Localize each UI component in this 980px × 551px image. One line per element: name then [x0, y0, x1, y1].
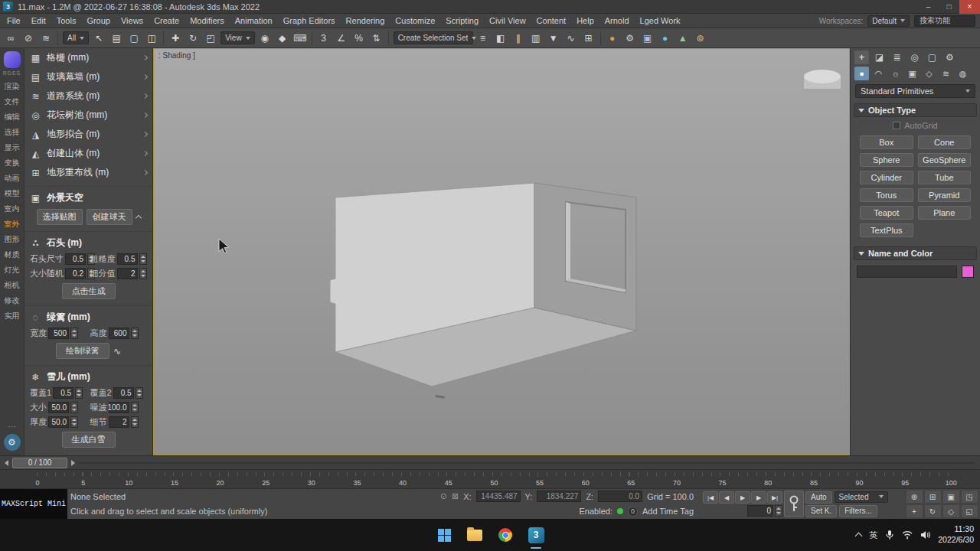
- toolbar-icon[interactable]: ◧: [492, 30, 509, 47]
- plugin-tool-item[interactable]: ◮ 地形拟合 (m): [24, 125, 152, 144]
- toolbar-icon[interactable]: ▲: [675, 30, 691, 47]
- spinner-control[interactable]: [131, 416, 139, 428]
- plugin-category-tab[interactable]: 室内: [0, 201, 24, 217]
- param-value-input[interactable]: 0.5: [53, 387, 74, 399]
- primitive-button[interactable]: Cone: [918, 135, 972, 149]
- toolbar-icon[interactable]: ◆: [274, 30, 291, 47]
- menu-item[interactable]: Tools: [51, 14, 82, 28]
- plugin-category-tab[interactable]: 室外: [0, 217, 24, 232]
- key-filters-button[interactable]: Filters...: [839, 505, 877, 517]
- primitive-button[interactable]: Torus: [860, 188, 913, 202]
- maxscript-mini-listener[interactable]: MAXScript Mini: [0, 489, 67, 519]
- spinner-control[interactable]: [70, 402, 78, 413]
- menu-item[interactable]: Rendering: [341, 14, 390, 28]
- viewport-nav-button[interactable]: +: [906, 504, 923, 518]
- param-value-input[interactable]: 50.0: [48, 416, 69, 428]
- time-slider-track[interactable]: [79, 462, 975, 464]
- ime-language-indicator[interactable]: 英: [869, 530, 877, 541]
- spinner-control[interactable]: [139, 268, 147, 279]
- toolbar-icon[interactable]: ◫: [143, 30, 160, 47]
- system-clock[interactable]: 11:30 2022/6/30: [938, 524, 974, 545]
- viewport-canvas[interactable]: [154, 49, 849, 455]
- next-frame-arrow-icon[interactable]: [71, 460, 75, 466]
- object-name-field[interactable]: [857, 266, 957, 278]
- start-button[interactable]: [434, 520, 454, 550]
- 3dsmax-taskbar-button[interactable]: 3: [526, 520, 546, 550]
- name-color-rollout-header[interactable]: Name and Color: [854, 246, 977, 260]
- viewport-nav-button[interactable]: ▣: [942, 490, 960, 504]
- generate-snow-button[interactable]: 生成白雪: [62, 432, 116, 448]
- spinner-control[interactable]: [75, 387, 83, 399]
- collapse-icon[interactable]: [135, 215, 141, 221]
- primitive-button[interactable]: Box: [860, 135, 913, 149]
- param-value-input[interactable]: 2: [109, 416, 129, 428]
- spinner-control[interactable]: [139, 253, 147, 265]
- param-value-input[interactable]: 0.5: [65, 253, 86, 265]
- create-category-tab[interactable]: ◇: [922, 67, 936, 80]
- toolbar-icon[interactable]: ⊚: [692, 30, 709, 47]
- minimize-button[interactable]: –: [918, 0, 939, 14]
- network-icon[interactable]: [902, 530, 913, 540]
- menu-item[interactable]: Civil View: [484, 14, 531, 28]
- chrome-button[interactable]: [495, 520, 515, 550]
- plugin-category-tab[interactable]: 灯光: [0, 262, 24, 278]
- viewport-shading-label[interactable]: : Shading ]: [158, 51, 195, 60]
- menu-item[interactable]: Scripting: [440, 14, 484, 28]
- x-coordinate-field[interactable]: 14435.487: [476, 491, 521, 502]
- create-selection-set-combo[interactable]: Create Selection Set: [394, 31, 473, 44]
- plugin-category-tab[interactable]: 动画: [0, 171, 24, 186]
- toolbar-icon[interactable]: ✚: [167, 30, 184, 47]
- toolbar-icon[interactable]: ▼: [545, 30, 562, 47]
- toolbar-icon[interactable]: ⌨: [292, 30, 309, 47]
- playback-button[interactable]: ▶: [751, 491, 766, 504]
- primitive-button[interactable]: Plane: [918, 206, 972, 220]
- z-coordinate-field[interactable]: 0.0: [598, 491, 642, 502]
- menu-item[interactable]: Content: [531, 14, 572, 28]
- spinner-control[interactable]: [70, 328, 78, 339]
- toolbar-icon[interactable]: ●: [657, 30, 674, 47]
- plugin-tool-item[interactable]: ▤ 玻璃幕墙 (m): [24, 67, 152, 86]
- create-category-tab[interactable]: ☼: [888, 67, 903, 80]
- param-value-input[interactable]: 100.0: [109, 402, 129, 413]
- plugin-category-tab[interactable]: 材质: [0, 247, 24, 262]
- toolbar-icon[interactable]: %: [351, 30, 368, 47]
- menu-item[interactable]: Group: [81, 14, 116, 28]
- menu-item[interactable]: Graph Editors: [278, 14, 341, 28]
- file-explorer-button[interactable]: [465, 520, 485, 550]
- key-filter-dropdown[interactable]: Selected: [835, 491, 888, 503]
- viewport-nav-button[interactable]: ◱: [961, 504, 978, 518]
- toolbar-icon[interactable]: ⚙: [622, 30, 639, 47]
- plugin-category-tab[interactable]: 修改: [0, 293, 24, 308]
- toolbar-icon[interactable]: ▣: [639, 30, 656, 47]
- spinner-control[interactable]: [136, 387, 143, 399]
- toolbar-icon[interactable]: ▥: [528, 30, 544, 47]
- spinner-control[interactable]: [131, 328, 139, 339]
- plugin-category-tab[interactable]: 渲染: [0, 79, 24, 94]
- menu-item[interactable]: Animation: [230, 14, 278, 28]
- viewport-nav-button[interactable]: ⊕: [906, 490, 923, 504]
- primitive-button[interactable]: Cylinder: [860, 171, 913, 184]
- create-category-tab[interactable]: ▣: [905, 67, 920, 80]
- plugin-category-tab[interactable]: 文件: [0, 94, 24, 109]
- generate-stone-button[interactable]: 点击生成: [62, 283, 116, 299]
- param-value-input[interactable]: 600: [109, 328, 129, 339]
- feature-search-box[interactable]: 搜索功能: [914, 15, 975, 27]
- plugin-category-tab[interactable]: 编辑: [0, 109, 24, 125]
- maximize-button[interactable]: □: [939, 0, 959, 14]
- toolbar-icon[interactable]: ▢: [126, 30, 142, 47]
- object-type-rollout-header[interactable]: Object Type: [854, 103, 977, 117]
- set-keys-button[interactable]: [784, 491, 804, 517]
- previous-frame-arrow-icon[interactable]: [5, 460, 8, 466]
- y-coordinate-field[interactable]: 1834.227: [537, 491, 581, 502]
- toolbar-icon[interactable]: ∠: [333, 30, 350, 47]
- add-time-tag[interactable]: Add Time Tag: [642, 507, 694, 516]
- command-panel-tab[interactable]: ≣: [890, 51, 904, 64]
- plugin-tool-item[interactable]: ◎ 花坛树池 (mm): [24, 106, 152, 125]
- more-tabs-button[interactable]: ···: [8, 422, 16, 431]
- selection-filter-dropdown[interactable]: All: [63, 31, 89, 44]
- frame-spinner[interactable]: [775, 505, 782, 517]
- plugin-tool-item[interactable]: ▦ 格栅 (mm): [24, 48, 152, 67]
- toolbar-icon[interactable]: ◰: [202, 30, 219, 47]
- param-value-input[interactable]: 2: [117, 268, 138, 279]
- viewport[interactable]: : Shading ]: [153, 48, 850, 455]
